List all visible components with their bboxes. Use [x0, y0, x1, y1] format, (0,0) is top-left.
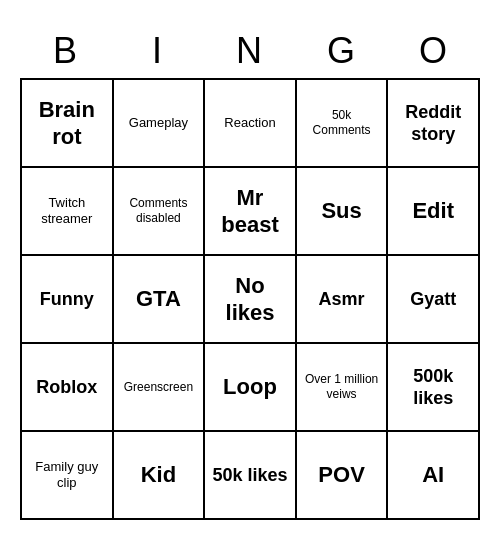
bingo-cell: Family guy clip	[22, 432, 114, 520]
bingo-letter: N	[204, 24, 296, 78]
bingo-letter: B	[20, 24, 112, 78]
cell-text: Comments disabled	[120, 196, 198, 226]
cell-text: 500k likes	[394, 365, 472, 410]
cell-text: GTA	[136, 285, 181, 313]
bingo-cell: 500k likes	[388, 344, 480, 432]
bingo-cell: Twitch streamer	[22, 168, 114, 256]
bingo-cell: GTA	[114, 256, 206, 344]
bingo-card: BINGO Brain rotGameplayReaction50k Comme…	[10, 14, 490, 530]
cell-text: Asmr	[319, 288, 365, 311]
cell-text: Brain rot	[28, 96, 106, 151]
cell-text: Over 1 million veiws	[303, 372, 381, 402]
bingo-cell: Gameplay	[114, 80, 206, 168]
bingo-cell: Roblox	[22, 344, 114, 432]
bingo-cell: AI	[388, 432, 480, 520]
bingo-cell: Reddit story	[388, 80, 480, 168]
bingo-cell: Over 1 million veiws	[297, 344, 389, 432]
cell-text: Roblox	[36, 376, 97, 399]
bingo-cell: No likes	[205, 256, 297, 344]
cell-text: Edit	[412, 197, 454, 225]
cell-text: Gameplay	[129, 115, 188, 131]
bingo-cell: Kid	[114, 432, 206, 520]
bingo-cell: Loop	[205, 344, 297, 432]
bingo-cell: 50k Comments	[297, 80, 389, 168]
bingo-cell: Greenscreen	[114, 344, 206, 432]
bingo-cell: POV	[297, 432, 389, 520]
bingo-grid: Brain rotGameplayReaction50k CommentsRed…	[20, 78, 480, 520]
cell-text: Greenscreen	[124, 380, 193, 395]
cell-text: AI	[422, 461, 444, 489]
bingo-letter: O	[388, 24, 480, 78]
bingo-cell: Mr beast	[205, 168, 297, 256]
bingo-cell: Edit	[388, 168, 480, 256]
cell-text: Mr beast	[211, 184, 289, 239]
cell-text: Sus	[321, 197, 361, 225]
cell-text: Reaction	[224, 115, 275, 131]
bingo-cell: 50k likes	[205, 432, 297, 520]
cell-text: Family guy clip	[28, 459, 106, 492]
bingo-cell: Reaction	[205, 80, 297, 168]
cell-text: Reddit story	[394, 101, 472, 146]
cell-text: Funny	[40, 288, 94, 311]
bingo-cell: Asmr	[297, 256, 389, 344]
bingo-cell: Brain rot	[22, 80, 114, 168]
cell-text: POV	[318, 461, 364, 489]
bingo-letter: G	[296, 24, 388, 78]
bingo-letter: I	[112, 24, 204, 78]
cell-text: Kid	[141, 461, 176, 489]
cell-text: 50k Comments	[303, 108, 381, 138]
cell-text: 50k likes	[212, 464, 287, 487]
cell-text: Gyatt	[410, 288, 456, 311]
bingo-cell: Sus	[297, 168, 389, 256]
cell-text: Twitch streamer	[28, 195, 106, 228]
bingo-cell: Gyatt	[388, 256, 480, 344]
cell-text: Loop	[223, 373, 277, 401]
bingo-cell: Comments disabled	[114, 168, 206, 256]
bingo-cell: Funny	[22, 256, 114, 344]
bingo-header: BINGO	[20, 24, 480, 78]
cell-text: No likes	[211, 272, 289, 327]
